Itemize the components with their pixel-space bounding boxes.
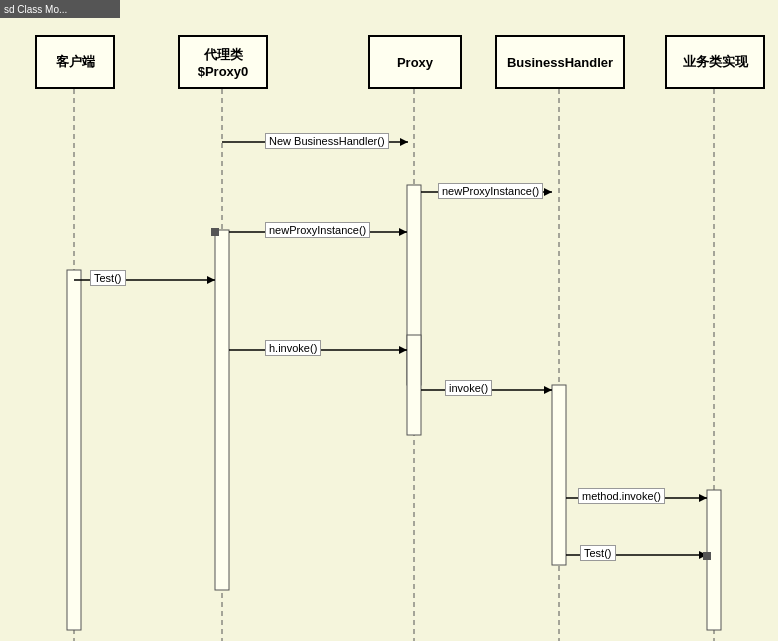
svg-marker-16 [399, 228, 407, 236]
svg-marker-20 [399, 346, 407, 354]
msg-label-3: newProxyInstance() [265, 222, 370, 238]
msg-label-8: Test() [580, 545, 616, 561]
class-label-client: 客户端 [56, 53, 95, 71]
svg-rect-7 [407, 185, 421, 385]
small-square-2 [703, 552, 711, 560]
class-box-bh: BusinessHandler [495, 35, 625, 89]
svg-rect-8 [407, 335, 421, 435]
msg-label-5: h.invoke() [265, 340, 321, 356]
svg-marker-14 [544, 188, 552, 196]
msg-label-2: newProxyInstance() [438, 183, 543, 199]
svg-rect-9 [552, 385, 566, 565]
class-box-impl: 业务类实现 [665, 35, 765, 89]
svg-marker-24 [699, 494, 707, 502]
class-label-bh: BusinessHandler [507, 55, 613, 70]
small-square-1 [211, 228, 219, 236]
class-box-proxy: Proxy [368, 35, 462, 89]
svg-marker-18 [207, 276, 215, 284]
sequence-diagram: sd Class Mo... [0, 0, 778, 641]
svg-rect-6 [215, 230, 229, 590]
class-label-impl: 业务类实现 [683, 53, 748, 71]
class-box-client: 客户端 [35, 35, 115, 89]
svg-rect-10 [707, 490, 721, 630]
msg-label-7: method.invoke() [578, 488, 665, 504]
msg-label-1: New BusinessHandler() [265, 133, 389, 149]
svg-layer [0, 0, 778, 641]
class-label-proxy0: 代理类 $Proxy0 [198, 46, 249, 79]
msg-label-6: invoke() [445, 380, 492, 396]
msg-label-4: Test() [90, 270, 126, 286]
title-bar: sd Class Mo... [0, 0, 120, 18]
svg-marker-12 [400, 138, 408, 146]
title-text: sd Class Mo... [4, 4, 67, 15]
class-box-proxy0: 代理类 $Proxy0 [178, 35, 268, 89]
svg-marker-22 [544, 386, 552, 394]
class-label-proxy: Proxy [397, 55, 433, 70]
svg-rect-5 [67, 270, 81, 630]
